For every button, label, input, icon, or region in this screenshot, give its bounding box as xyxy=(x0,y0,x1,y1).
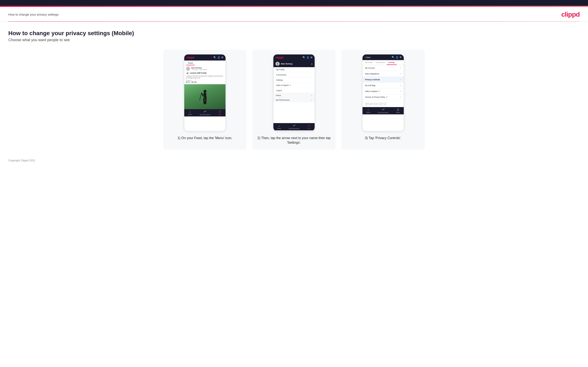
phone2-topbar: clippd 🔍 👤 ⚙ xyxy=(273,54,315,60)
settings-my-account[interactable]: My Account > xyxy=(363,65,404,71)
performance2-icon xyxy=(293,124,295,127)
phone1-home: ⌂ Home xyxy=(188,110,192,115)
my-account-label: My Account xyxy=(365,67,375,69)
nav-home-chevron: ∨ xyxy=(311,94,312,96)
post-duration-label: Duration xyxy=(186,80,224,81)
svg-line-8 xyxy=(200,92,202,100)
post-user-sub: Yesterday · Sunningdale xyxy=(191,69,207,70)
menu-item-logout[interactable]: Logout xyxy=(274,88,315,93)
page-subheading: Choose what you want people to see xyxy=(8,38,580,42)
back-button[interactable]: < Back xyxy=(365,56,370,58)
settings-data-integrations[interactable]: Data Integrations > xyxy=(363,71,404,77)
phone2-performance: My Performance xyxy=(289,124,299,129)
menu-icon: ☰ xyxy=(219,110,221,113)
back-label: Back xyxy=(366,56,370,58)
svg-point-0 xyxy=(187,67,189,69)
tab-connections[interactable]: Connections xyxy=(374,60,387,65)
settings-footer: Clippd Client Version: 2022.8.3-3 GQL Se… xyxy=(363,101,404,107)
performance2-label: My Performance xyxy=(289,128,299,129)
phone1-search-icon: 🔍 xyxy=(213,56,216,59)
phone3-topbar: < Back 🔍 👤 ⚙ xyxy=(363,54,404,60)
menu3-icon: ☰ xyxy=(397,108,399,111)
svg-rect-7 xyxy=(205,98,207,104)
menu-username: Blair McHarg xyxy=(281,63,293,65)
performance3-icon xyxy=(382,108,385,111)
step-3-caption: 3) Tap 'Privacy Controls'. xyxy=(365,136,401,140)
post-desc: Looking to feel like my hands are exitin… xyxy=(186,75,224,79)
step-1-phone: clippd 🔍 👤 ⚙ Feed xyxy=(184,54,226,131)
settings-help-support[interactable]: Help & Support ↗ > xyxy=(363,88,404,94)
footer: Copyright Clippd 2022 xyxy=(0,154,588,166)
phone3-home: ⌂ Home xyxy=(366,108,370,113)
help-support-chevron: > xyxy=(400,90,401,92)
client-version: Clippd Client Version: 2022.8.3-3 xyxy=(365,102,401,104)
phone2-bottombar: ⌂ Home My Performance ✕ Menu xyxy=(273,123,315,130)
step-3-card: < Back 🔍 👤 ⚙ My Profile Connections Sett… xyxy=(341,50,425,150)
step-1-caption: 1) On your Feed, tap the 'Menu' icon. xyxy=(177,136,232,140)
service-privacy-label: Service & Privacy Policy ↗ xyxy=(365,96,388,98)
performance-label: My Performance xyxy=(200,114,210,115)
step-2-phone: clippd 🔍 👤 ⚙ Blair McHarg ∧ xyxy=(273,54,315,131)
header: How to change your privacy settings clip… xyxy=(0,7,588,21)
home-icon: ⌂ xyxy=(189,110,191,113)
phone2-logo: clippd xyxy=(276,56,283,59)
phone3-settings-icon: ⚙ xyxy=(399,56,402,59)
menu-chevron-icon: ∧ xyxy=(311,63,312,65)
steps-container: clippd 🔍 👤 ⚙ Feed xyxy=(8,50,580,150)
post-username: Blair McHarg xyxy=(191,67,207,69)
menu-item-help[interactable]: Help & Support ↗ xyxy=(274,83,315,88)
post-duration-val: 01 hr : 30 min xyxy=(186,81,224,83)
step-1-card: clippd 🔍 👤 ⚙ Feed xyxy=(163,50,247,150)
phone3-bottombar: ⌂ Home My Performance ☰ Menu xyxy=(363,107,404,114)
home-label: Home xyxy=(188,114,192,115)
phone2-home: ⌂ Home xyxy=(277,124,281,129)
settings-my-golf-bag[interactable]: My Golf Bag > xyxy=(363,83,404,88)
tab-settings[interactable]: Settings xyxy=(387,60,397,65)
settings-service-privacy[interactable]: Service & Privacy Policy ↗ > xyxy=(363,94,404,100)
performance3-label: My Performance xyxy=(378,112,389,113)
phone3-search-icon: 🔍 xyxy=(392,56,395,59)
my-account-chevron: > xyxy=(400,67,401,69)
phone3-icons: 🔍 👤 ⚙ xyxy=(392,56,402,59)
menu-item-connections[interactable]: Connections xyxy=(274,72,315,78)
settings-privacy-controls[interactable]: Privacy Controls > xyxy=(363,77,404,83)
tab-my-profile[interactable]: My Profile xyxy=(363,60,374,65)
svg-point-2 xyxy=(204,90,207,93)
phone2-icons: 🔍 👤 ⚙ xyxy=(303,56,312,59)
phone1-icons: 🔍 👤 ⚙ xyxy=(213,56,223,59)
settings-tabs: My Profile Connections Settings xyxy=(363,60,404,65)
help-support-label: Help & Support ↗ xyxy=(365,90,380,92)
my-golf-bag-chevron: > xyxy=(400,84,401,86)
phone2-search-icon: 🔍 xyxy=(303,56,305,59)
privacy-controls-chevron: > xyxy=(400,78,401,81)
step-2-card: clippd 🔍 👤 ⚙ Blair McHarg ∧ xyxy=(252,50,336,150)
logo: clippd xyxy=(561,11,580,18)
menu2-label: Menu xyxy=(307,128,311,129)
settings-list: My Account > Data Integrations > Privacy… xyxy=(363,65,404,100)
menu-avatar xyxy=(276,62,280,66)
menu-item-myprofile[interactable]: My Profile xyxy=(274,67,315,72)
breadcrumb: How to change your privacy settings xyxy=(8,13,59,16)
close2-icon: ✕ xyxy=(308,124,310,127)
phone3-menu: ☰ Menu xyxy=(396,108,400,113)
post-title-icon: 📹 xyxy=(186,72,189,75)
phone3-performance: My Performance xyxy=(378,108,389,113)
svg-point-1 xyxy=(187,69,190,71)
post-title-row: 📹 Lesson with Fordy xyxy=(186,72,224,75)
phone1-post: Blair McHarg Yesterday · Sunningdale 📹 L… xyxy=(184,65,225,84)
phone1-logo: clippd xyxy=(186,56,194,59)
service-privacy-chevron: > xyxy=(400,96,401,98)
nav-item-performance[interactable]: My Performance ∨ xyxy=(273,98,315,102)
menu-user-left: Blair McHarg xyxy=(276,62,293,66)
phone1-topbar: clippd 🔍 👤 ⚙ xyxy=(184,54,225,60)
home2-label: Home xyxy=(277,128,281,129)
performance-icon xyxy=(204,110,206,114)
step-2-caption: 2) Then, tap the arrow next to your name… xyxy=(256,136,332,145)
copyright-text: Copyright Clippd 2022 xyxy=(8,159,35,162)
svg-point-10 xyxy=(276,65,279,66)
menu-user-row: Blair McHarg ∧ xyxy=(273,60,315,67)
menu-item-settings[interactable]: Settings xyxy=(274,78,315,83)
nav-item-home[interactable]: Home ∨ xyxy=(273,93,315,98)
back-chevron-icon: < xyxy=(365,56,366,58)
post-user-row: Blair McHarg Yesterday · Sunningdale xyxy=(186,67,224,71)
